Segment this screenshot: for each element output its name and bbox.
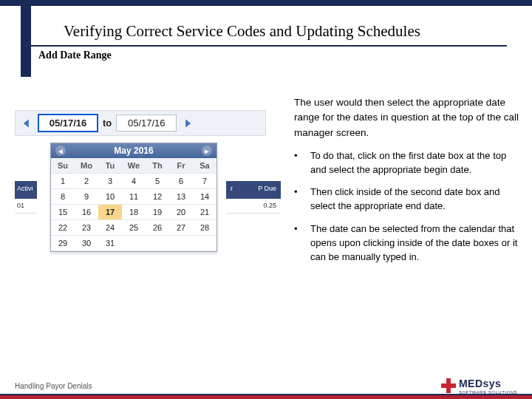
calendar-dow-cell: Sa bbox=[193, 158, 216, 174]
calendar-day-cell[interactable]: 3 bbox=[98, 174, 122, 189]
calendar-day-cell[interactable]: 16 bbox=[75, 205, 98, 220]
calendar-day-cell[interactable]: 4 bbox=[122, 174, 146, 189]
calendar-popup[interactable]: ◄ May 2016 ► SuMoTuWeThFrSa 123456789101… bbox=[50, 143, 217, 252]
calendar-day-cell bbox=[122, 236, 146, 251]
grid-row-right: 0.25 bbox=[226, 199, 281, 214]
calendar-day-cell[interactable]: 24 bbox=[98, 220, 122, 236]
calendar-day-cell[interactable]: 25 bbox=[122, 220, 146, 236]
calendar-day-cell[interactable]: 23 bbox=[75, 220, 98, 236]
calendar-week-row: 22232425262728 bbox=[51, 220, 216, 236]
calendar-day-cell[interactable]: 2 bbox=[75, 174, 98, 189]
calendar-day-cell[interactable]: 22 bbox=[51, 220, 75, 236]
bullet-text: The date can be selected from the calend… bbox=[310, 222, 523, 265]
footer-left-text: Handling Payor Denials bbox=[15, 382, 92, 390]
footer-rule-red bbox=[0, 395, 532, 399]
start-date-input[interactable] bbox=[38, 114, 98, 132]
calendar-day-cell[interactable]: 21 bbox=[193, 205, 216, 220]
next-range-button[interactable] bbox=[181, 117, 194, 130]
bullet-item: •The date can be selected from the calen… bbox=[294, 222, 523, 265]
prev-range-button[interactable] bbox=[20, 117, 33, 130]
calendar-day-cell[interactable]: 28 bbox=[193, 220, 216, 236]
bullet-item: •Then click inside of the second date bo… bbox=[294, 185, 523, 214]
calendar-day-cell[interactable]: 6 bbox=[169, 174, 193, 189]
page-subtitle: Add Date Range bbox=[38, 50, 532, 61]
calendar-prev-icon[interactable]: ◄ bbox=[55, 146, 66, 156]
cross-icon bbox=[441, 378, 456, 393]
footer: Handling Payor Denials MEDsys SOFTWARE S… bbox=[0, 372, 532, 399]
calendar-dow-cell: Tu bbox=[98, 158, 122, 174]
calendar-day-cell bbox=[169, 236, 193, 251]
calendar-dow-cell: We bbox=[122, 158, 146, 174]
screenshot-panel: to Activi r P Due 01 0.25 ◄ May 2016 ► S… bbox=[15, 110, 266, 136]
bullet-item: •To do that, click on the first date box… bbox=[294, 149, 523, 177]
end-date-input[interactable] bbox=[116, 115, 177, 132]
content-area: to Activi r P Due 01 0.25 ◄ May 2016 ► S… bbox=[0, 66, 532, 265]
calendar-dow-row: SuMoTuWeThFrSa bbox=[51, 158, 216, 174]
calendar-dow-cell: Th bbox=[146, 158, 169, 174]
bullet-dot: • bbox=[294, 185, 301, 214]
calendar-day-cell[interactable]: 10 bbox=[98, 189, 122, 205]
header: Verifying Correct Service Codes and Upda… bbox=[25, 6, 507, 47]
calendar-day-cell[interactable]: 27 bbox=[169, 220, 193, 236]
calendar-month-label: May 2016 bbox=[114, 146, 153, 156]
calendar-next-icon[interactable]: ► bbox=[202, 146, 212, 156]
calendar-day-cell bbox=[193, 236, 216, 251]
grid-header-left: Activi bbox=[15, 181, 37, 199]
calendar-grid: SuMoTuWeThFrSa 1234567891011121314151617… bbox=[51, 158, 216, 251]
calendar-day-cell bbox=[146, 236, 169, 251]
bullet-dot: • bbox=[294, 222, 301, 265]
bullet-dot: • bbox=[294, 149, 301, 177]
calendar-day-cell[interactable]: 17 bbox=[98, 205, 122, 220]
calendar-day-cell[interactable]: 31 bbox=[98, 236, 122, 251]
intro-paragraph: The user would then select the appropria… bbox=[294, 95, 523, 140]
calendar-day-cell[interactable]: 26 bbox=[146, 220, 169, 236]
calendar-day-cell[interactable]: 1 bbox=[51, 174, 75, 189]
calendar-day-cell[interactable]: 9 bbox=[75, 189, 98, 205]
calendar-day-cell[interactable]: 15 bbox=[51, 205, 75, 220]
bullet-text: Then click inside of the second date box… bbox=[310, 185, 523, 214]
date-range-bar: to bbox=[15, 110, 266, 136]
calendar-week-row: 293031 bbox=[51, 236, 216, 251]
body-text: The user would then select the appropria… bbox=[294, 95, 523, 265]
calendar-day-cell[interactable]: 30 bbox=[75, 236, 98, 251]
grid-row-left: 01 bbox=[15, 199, 37, 214]
brand-text-main: MED bbox=[459, 378, 483, 389]
calendar-dow-cell: Fr bbox=[169, 158, 193, 174]
calendar-week-row: 15161718192021 bbox=[51, 205, 216, 220]
brand-subtext: SOFTWARE SOLUTIONS bbox=[459, 390, 517, 395]
to-label: to bbox=[103, 117, 112, 129]
page-title: Verifying Correct Service Codes and Upda… bbox=[64, 22, 476, 41]
calendar-week-row: 1234567 bbox=[51, 174, 216, 189]
grid-header-right-a: r bbox=[231, 185, 233, 195]
brand-logo: MEDsys SOFTWARE SOLUTIONS bbox=[441, 377, 517, 395]
calendar-day-cell[interactable]: 14 bbox=[193, 189, 216, 205]
top-bar bbox=[0, 0, 532, 6]
calendar-day-cell[interactable]: 20 bbox=[169, 205, 193, 220]
calendar-day-cell[interactable]: 19 bbox=[146, 205, 169, 220]
bullet-list: •To do that, click on the first date box… bbox=[294, 149, 523, 265]
bullet-text: To do that, click on the first date box … bbox=[310, 149, 523, 177]
calendar-day-cell[interactable]: 7 bbox=[193, 174, 216, 189]
calendar-day-cell[interactable]: 5 bbox=[146, 174, 169, 189]
calendar-week-row: 891011121314 bbox=[51, 189, 216, 205]
calendar-header: ◄ May 2016 ► bbox=[51, 143, 216, 158]
grid-header-right: r P Due bbox=[226, 181, 281, 199]
calendar-day-cell[interactable]: 18 bbox=[122, 205, 146, 220]
calendar-dow-cell: Su bbox=[51, 158, 75, 174]
calendar-day-cell[interactable]: 12 bbox=[146, 189, 169, 205]
calendar-day-cell[interactable]: 29 bbox=[51, 236, 75, 251]
calendar-day-cell[interactable]: 13 bbox=[169, 189, 193, 205]
calendar-day-cell[interactable]: 11 bbox=[122, 189, 146, 205]
grid-header-right-b: P Due bbox=[258, 185, 276, 195]
calendar-dow-cell: Mo bbox=[75, 158, 98, 174]
brand-text-accent: sys bbox=[483, 378, 502, 389]
calendar-day-cell[interactable]: 8 bbox=[51, 189, 75, 205]
